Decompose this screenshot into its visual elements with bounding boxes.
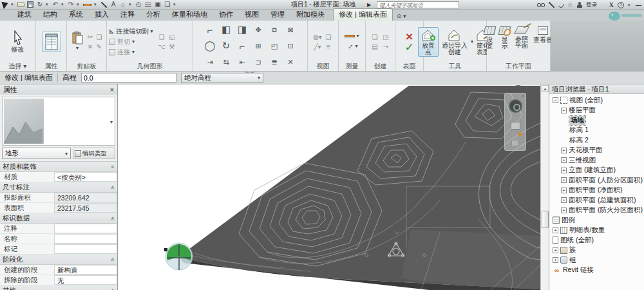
- tab-1[interactable]: 结构: [37, 9, 63, 21]
- properties-close-icon[interactable]: ×: [110, 86, 114, 93]
- expand-expander-icon[interactable]: +: [553, 257, 558, 263]
- undo-icon[interactable]: ↶: [52, 1, 59, 9]
- tree-item-label[interactable]: 面积平面 (人防分区面积): [569, 176, 643, 185]
- properties-section-header[interactable]: 阶段化«: [0, 255, 117, 265]
- panel-surface-caption[interactable]: 表面: [395, 63, 423, 71]
- rotate-icon[interactable]: ↻: [222, 40, 231, 52]
- canvas-vertical-scrollbar[interactable]: ▲: [540, 84, 549, 290]
- measure-between-refs-button[interactable]: ▾: [345, 33, 359, 39]
- wall-joins-icon[interactable]: ❏: [158, 34, 164, 41]
- default-3d-caret[interactable]: ▾: [129, 2, 133, 7]
- split-face-icon[interactable]: ⌥: [158, 43, 166, 50]
- delete-element-icon[interactable]: ✕: [287, 58, 293, 66]
- tree-item-label[interactable]: 楼层平面: [569, 106, 596, 115]
- tree-item[interactable]: +天花板平面: [549, 146, 644, 156]
- close-hidden-windows-icon[interactable]: ▣: [154, 1, 162, 9]
- navigation-bar[interactable]: ×: [504, 93, 526, 151]
- mirror-pick-icon[interactable]: ◧: [222, 24, 231, 35]
- tree-item-label[interactable]: 场地: [569, 116, 585, 125]
- tree-item-label[interactable]: 标高 1: [569, 126, 589, 135]
- favorites-star-icon[interactable]: ☆: [567, 1, 573, 8]
- split-icon[interactable]: ⇆: [223, 58, 229, 66]
- tab-5[interactable]: 分析: [140, 9, 166, 21]
- dimension-icon[interactable]: [82, 1, 92, 9]
- properties-header[interactable]: 属性 ×: [0, 84, 117, 95]
- array-icon[interactable]: ⊞: [255, 42, 261, 50]
- panel-measure-caption[interactable]: 测量: [339, 63, 365, 71]
- expand-expander-icon[interactable]: +: [561, 148, 567, 153]
- tab-8[interactable]: 视图: [239, 9, 265, 21]
- default-3d-view-icon[interactable]: ⌂: [119, 1, 127, 9]
- expand-expander-icon[interactable]: +: [561, 197, 567, 203]
- tree-item[interactable]: 场地: [549, 115, 644, 126]
- panel-display-toggle[interactable]: ⊙ ▾: [397, 13, 406, 21]
- category-combo[interactable]: 地形 ▾: [2, 148, 71, 159]
- tree-item-label[interactable]: 面积平面 (总建筑面积): [569, 196, 636, 205]
- exchange-apps-icon[interactable]: X: [609, 1, 614, 8]
- application-menu-caret[interactable]: ▾: [11, 2, 15, 7]
- offset-icon[interactable]: ⌐: [207, 24, 213, 35]
- text-icon[interactable]: A: [109, 1, 117, 9]
- finish-surface-button[interactable]: ✓: [404, 43, 413, 53]
- tab-6[interactable]: 体量和场地: [166, 9, 213, 21]
- view-restore-icon[interactable]: ❐: [515, 84, 520, 91]
- switch-windows-caret[interactable]: ▾: [173, 2, 177, 7]
- show-workplane-button[interactable]: 显示: [498, 26, 511, 50]
- linework-icon[interactable]: ╱▾: [314, 43, 321, 50]
- properties-button[interactable]: [42, 32, 61, 52]
- sync-caret[interactable]: ▾: [46, 2, 50, 7]
- panel-create-caption[interactable]: 创建: [366, 63, 395, 71]
- tree-item[interactable]: −楼层平面: [549, 106, 644, 116]
- project-browser-title[interactable]: 项目浏览器 - 项目1: [549, 84, 644, 94]
- tree-item[interactable]: 标高 2: [549, 135, 644, 146]
- tree-item[interactable]: 标高 1: [549, 126, 644, 136]
- copy-move-icon[interactable]: ⧉: [272, 26, 277, 34]
- panel-select-caption[interactable]: 选择 ▾: [0, 63, 35, 71]
- switch-windows-icon[interactable]: ❏: [164, 1, 171, 9]
- cope-button[interactable]: ⊾ 连接端切割 ▾: [109, 27, 153, 36]
- pan-icon[interactable]: [511, 122, 520, 130]
- section-collapse-icon[interactable]: «: [109, 186, 115, 189]
- tree-item[interactable]: −视图 (全部): [549, 95, 644, 106]
- tab-modify-edit-surface[interactable]: 修改 | 编辑表面: [333, 8, 393, 21]
- collapse-expander-icon[interactable]: −: [553, 97, 558, 103]
- pen-icon[interactable]: [549, 2, 554, 8]
- elevation-input[interactable]: [81, 73, 176, 82]
- expand-expander-icon[interactable]: +: [561, 157, 567, 163]
- minimize-icon[interactable]: —: [636, 2, 641, 8]
- trim-icon[interactable]: ⌐: [240, 41, 245, 52]
- tab-9[interactable]: 管理: [265, 9, 290, 21]
- tree-item-label[interactable]: 面积平面 (防火分区面积): [569, 206, 643, 215]
- view-minimize-icon[interactable]: —: [505, 84, 511, 91]
- undo-caret[interactable]: ▾: [61, 2, 65, 7]
- section-icon[interactable]: ◴: [135, 1, 142, 9]
- expand-expander-icon[interactable]: +: [561, 168, 567, 173]
- section-collapse-icon[interactable]: «: [109, 217, 115, 220]
- tab-7[interactable]: 协作: [213, 9, 239, 21]
- dimension-caret[interactable]: ▾: [94, 2, 98, 7]
- trim-multiple-icon[interactable]: ⊐: [255, 58, 261, 66]
- property-value[interactable]: 无: [54, 275, 117, 285]
- property-value[interactable]: [54, 244, 117, 254]
- panel-view-caption[interactable]: 视图: [308, 63, 338, 71]
- hide-elements-icon[interactable]: ◍▾: [313, 34, 322, 41]
- set-workplane-button[interactable]: 设置: [484, 26, 496, 50]
- cut-icon[interactable]: ✂: [88, 34, 93, 41]
- tree-item-label[interactable]: 明细表/数量: [569, 226, 605, 235]
- unpin-icon[interactable]: ⊡: [287, 42, 293, 50]
- redo-caret[interactable]: ▾: [77, 2, 80, 7]
- tree-item-label[interactable]: 图纸 (全部): [560, 236, 594, 245]
- help-icon[interactable]: ?: [618, 2, 624, 8]
- mirror-draw-icon[interactable]: ◨: [238, 24, 247, 35]
- pin-icon[interactable]: ⊠: [287, 26, 293, 34]
- search-icon[interactable]: [537, 3, 545, 7]
- signin-label[interactable]: 登录: [586, 1, 598, 9]
- steering-wheel-icon[interactable]: [509, 99, 522, 113]
- tree-item[interactable]: ∞Revit 链接: [549, 266, 644, 276]
- property-value[interactable]: 新构造: [54, 265, 117, 275]
- elevation-type-select[interactable]: 绝对高程 ▾: [181, 73, 263, 83]
- tree-item[interactable]: +立面 (建筑立面): [549, 166, 644, 176]
- scroll-thumb[interactable]: [542, 211, 549, 228]
- expand-expander-icon[interactable]: +: [561, 188, 567, 193]
- cancel-edit-surface-button[interactable]: ×: [406, 31, 413, 43]
